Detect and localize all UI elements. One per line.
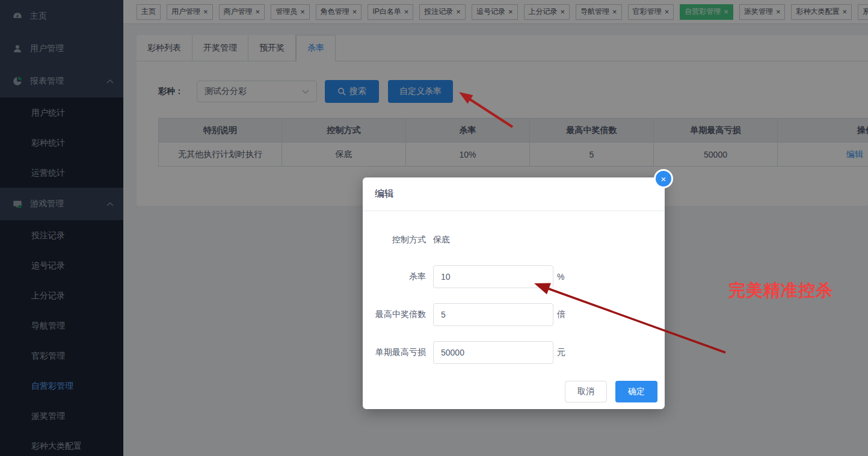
kill-rate-label: 杀率 <box>373 271 426 282</box>
app-window: 主页 用户管理 报表管理 用户统计 彩种统计 运营统计 游戏管理 投注记录 追号… <box>0 0 868 456</box>
control-mode-value: 保底 <box>433 235 450 245</box>
close-icon: × <box>656 171 671 186</box>
percent-suffix: % <box>557 272 564 282</box>
dialog-close-button[interactable]: × <box>654 169 673 188</box>
edit-dialog: × 编辑 控制方式 保底 杀率 % 最高中奖倍数 倍 单期最高亏损 元 <box>363 177 665 409</box>
max-loss-label: 单期最高亏损 <box>373 347 426 358</box>
dialog-title: 编辑 <box>363 177 665 211</box>
control-mode-label: 控制方式 <box>373 235 426 245</box>
yuan-suffix: 元 <box>557 347 565 358</box>
confirm-button[interactable]: 确定 <box>615 381 657 402</box>
multiple-suffix: 倍 <box>557 309 565 320</box>
dialog-body: 控制方式 保底 杀率 % 最高中奖倍数 倍 单期最高亏损 元 <box>363 211 665 364</box>
max-loss-input[interactable] <box>433 341 553 364</box>
dialog-footer: 取消 确定 <box>565 381 657 402</box>
cancel-button[interactable]: 取消 <box>565 381 607 402</box>
max-win-multiple-label: 最高中奖倍数 <box>373 309 426 320</box>
max-win-multiple-input[interactable] <box>433 303 553 326</box>
kill-rate-input[interactable] <box>433 265 553 288</box>
